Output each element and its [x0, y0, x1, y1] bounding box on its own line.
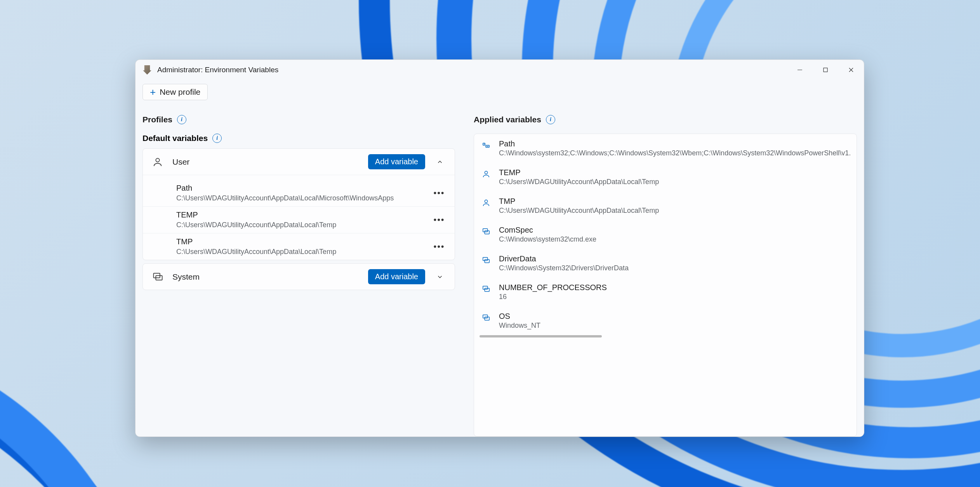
- applied-variable-name: TEMP: [499, 168, 850, 177]
- ellipsis-icon: •••: [433, 242, 445, 251]
- new-profile-button[interactable]: + New profile: [142, 84, 208, 100]
- titlebar[interactable]: Administrator: Environment Variables: [136, 60, 864, 80]
- applied-variables-list[interactable]: A Path C:\Windows\system32;C:\Windows;C:…: [474, 134, 857, 437]
- applied-variable-value: C:\Windows\System32\Drivers\DriverData: [499, 264, 850, 272]
- variable-text: Path C:\Users\WDAGUtilityAccount\AppData…: [176, 184, 427, 202]
- horizontal-scrollbar[interactable]: [480, 335, 602, 337]
- applied-variables-header: Applied variables i: [474, 115, 857, 124]
- applied-variable-name: NUMBER_OF_PROCESSORS: [499, 283, 850, 292]
- svg-rect-1: [824, 68, 827, 72]
- svg-point-12: [485, 200, 487, 203]
- applied-column: Applied variables i A Path C:\Windows\sy…: [474, 115, 857, 437]
- variable-name: TMP: [176, 237, 427, 246]
- svg-rect-18: [485, 288, 489, 291]
- new-profile-label: New profile: [160, 87, 200, 97]
- svg-rect-14: [485, 231, 489, 234]
- applied-variable-row[interactable]: TEMP C:\Users\WDAGUtilityAccount\AppData…: [474, 163, 857, 191]
- variable-value: C:\Users\WDAGUtilityAccount\AppData\Loca…: [176, 194, 427, 202]
- variable-row[interactable]: TMP C:\Users\WDAGUtilityAccount\AppData\…: [143, 233, 455, 260]
- user-icon: [480, 168, 492, 178]
- svg-point-4: [156, 158, 159, 162]
- profiles-column: Profiles i Default variables i User Add …: [142, 115, 455, 437]
- more-options-button[interactable]: •••: [431, 187, 447, 199]
- add-variable-user-button[interactable]: Add variable: [368, 154, 425, 169]
- window-title: Administrator: Environment Variables: [157, 66, 278, 74]
- applied-variable-name: Path: [499, 139, 850, 148]
- user-card-header: User Add variable: [143, 149, 455, 175]
- profiles-header: Profiles i: [142, 115, 455, 124]
- info-icon[interactable]: i: [212, 134, 222, 143]
- applied-variable-value: C:\Users\WDAGUtilityAccount\AppData\Loca…: [499, 207, 850, 215]
- ellipsis-icon: •••: [433, 189, 445, 197]
- toolbar: + New profile: [136, 80, 864, 107]
- applied-text: Path C:\Windows\system32;C:\Windows;C:\W…: [499, 139, 850, 157]
- system-icon: [480, 254, 492, 264]
- app-icon: [142, 65, 152, 75]
- applied-text: NUMBER_OF_PROCESSORS 16: [499, 283, 850, 301]
- svg-rect-16: [485, 259, 489, 263]
- applied-variable-value: C:\Users\WDAGUtilityAccount\AppData\Loca…: [499, 178, 850, 186]
- applied-variable-row[interactable]: A Path C:\Windows\system32;C:\Windows;C:…: [474, 134, 857, 163]
- applied-variable-row[interactable]: DriverData C:\Windows\System32\Drivers\D…: [474, 249, 857, 278]
- applied-variable-row[interactable]: TMP C:\Users\WDAGUtilityAccount\AppData\…: [474, 191, 857, 220]
- svg-point-11: [485, 171, 487, 174]
- system-icon: [151, 271, 165, 282]
- default-variables-header: Default variables i: [142, 134, 455, 143]
- variable-name: Path: [176, 184, 427, 193]
- info-icon[interactable]: i: [546, 115, 555, 124]
- svg-rect-13: [483, 229, 488, 232]
- user-icon: [480, 197, 492, 207]
- user-variables-card: User Add variable Path C:\Users\WDAGUtil…: [142, 148, 455, 260]
- system-icon: [480, 312, 492, 322]
- variable-value: C:\Users\WDAGUtilityAccount\AppData\Loca…: [176, 248, 427, 256]
- svg-rect-17: [483, 286, 488, 289]
- variable-text: TMP C:\Users\WDAGUtilityAccount\AppData\…: [176, 237, 427, 256]
- applied-variable-row[interactable]: NUMBER_OF_PROCESSORS 16: [474, 278, 857, 306]
- rename-icon: A: [480, 139, 492, 150]
- system-label: System: [172, 272, 360, 282]
- plus-icon: +: [150, 87, 156, 97]
- svg-rect-15: [483, 257, 488, 261]
- system-card-header: System Add variable: [143, 264, 455, 290]
- applied-text: ComSpec C:\Windows\system32\cmd.exe: [499, 226, 850, 244]
- system-icon: [480, 283, 492, 293]
- applied-variable-row[interactable]: ComSpec C:\Windows\system32\cmd.exe: [474, 220, 857, 249]
- variable-row[interactable]: TEMP C:\Users\WDAGUtilityAccount\AppData…: [143, 206, 455, 233]
- applied-variable-name: TMP: [499, 197, 850, 206]
- info-icon[interactable]: i: [177, 115, 186, 124]
- applied-variable-value: C:\Windows\system32\cmd.exe: [499, 235, 850, 244]
- environment-variables-window: Administrator: Environment Variables + N…: [135, 59, 864, 437]
- applied-text: DriverData C:\Windows\System32\Drivers\D…: [499, 254, 850, 272]
- variable-text: TEMP C:\Users\WDAGUtilityAccount\AppData…: [176, 210, 427, 229]
- variable-row[interactable]: Path C:\Users\WDAGUtilityAccount\AppData…: [143, 175, 455, 206]
- applied-text: TMP C:\Users\WDAGUtilityAccount\AppData\…: [499, 197, 850, 215]
- svg-rect-19: [483, 315, 488, 318]
- ellipsis-icon: •••: [433, 216, 445, 224]
- system-icon: [480, 226, 492, 236]
- applied-text: OS Windows_NT: [499, 312, 850, 330]
- maximize-button[interactable]: [813, 60, 838, 80]
- close-button[interactable]: [838, 60, 864, 80]
- applied-variable-row[interactable]: OS Windows_NT: [474, 306, 857, 335]
- applied-variable-name: DriverData: [499, 254, 850, 263]
- svg-rect-20: [485, 317, 489, 320]
- collapse-user-button[interactable]: [433, 158, 447, 165]
- expand-system-button[interactable]: [433, 273, 447, 280]
- applied-variable-name: OS: [499, 312, 850, 321]
- user-label: User: [172, 157, 360, 167]
- add-variable-system-button[interactable]: Add variable: [368, 269, 425, 284]
- applied-variable-value: 16: [499, 293, 850, 301]
- applied-variable-value: Windows_NT: [499, 322, 850, 330]
- more-options-button[interactable]: •••: [431, 240, 447, 253]
- content: Profiles i Default variables i User Add …: [136, 107, 864, 437]
- user-icon: [151, 157, 165, 167]
- applied-variable-value: C:\Windows\system32;C:\Windows;C:\Window…: [499, 149, 850, 157]
- minimize-button[interactable]: [787, 60, 813, 80]
- system-variables-card: System Add variable: [142, 263, 455, 290]
- more-options-button[interactable]: •••: [431, 214, 447, 226]
- variable-name: TEMP: [176, 210, 427, 219]
- applied-text: TEMP C:\Users\WDAGUtilityAccount\AppData…: [499, 168, 850, 186]
- window-controls: [787, 60, 864, 80]
- applied-variable-name: ComSpec: [499, 226, 850, 235]
- variable-value: C:\Users\WDAGUtilityAccount\AppData\Loca…: [176, 221, 427, 229]
